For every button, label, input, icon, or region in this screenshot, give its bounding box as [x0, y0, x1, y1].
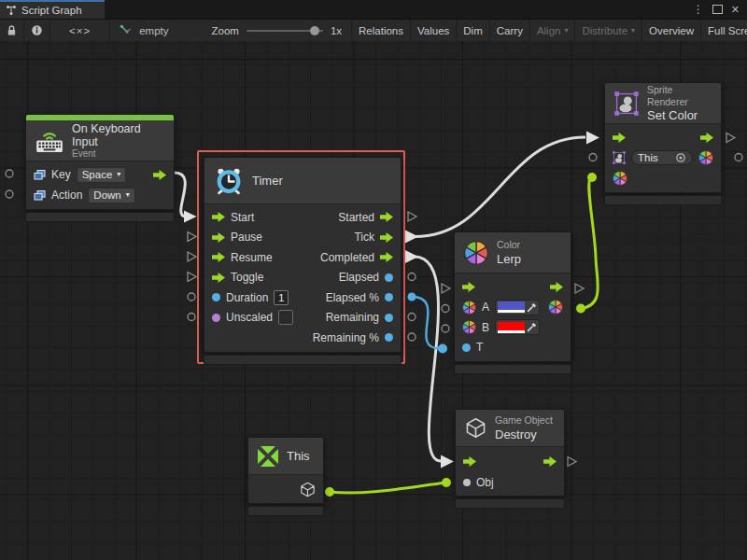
lock-button[interactable] [0, 20, 24, 41]
color-wheel-icon[interactable] [698, 150, 713, 165]
tab-script-graph[interactable]: Script Graph [0, 0, 105, 19]
destroy-obj-in-port[interactable] [442, 478, 451, 487]
wire-completed-to-destroy[interactable] [415, 257, 441, 461]
node-title: Lerp [497, 252, 521, 266]
timer-pause-port[interactable] [188, 232, 196, 242]
flow-out-arrow-icon[interactable] [153, 170, 166, 180]
timer-started-port[interactable] [408, 212, 416, 221]
eyedropper-icon[interactable] [527, 302, 537, 313]
action-dropdown[interactable]: Down ▾ [88, 188, 134, 203]
timer-duration-port[interactable] [188, 293, 195, 301]
destroy-flow-out-port[interactable] [568, 457, 576, 467]
keyboard-key-ext-port[interactable] [6, 170, 13, 177]
flow-out-arrow-icon[interactable] [380, 252, 393, 262]
lerp-flow-in-port[interactable] [442, 284, 450, 293]
setcolor-flow-out-port[interactable] [726, 133, 735, 143]
color-wheel-icon [464, 241, 488, 265]
value-port-dot[interactable] [463, 479, 471, 486]
timer-unscaled-port[interactable] [188, 314, 195, 321]
value-port-dot[interactable] [385, 314, 393, 322]
unscaled-checkbox[interactable] [278, 310, 293, 325]
duration-input[interactable]: 1 [274, 290, 289, 305]
setcolor-flow-in-port[interactable] [586, 132, 599, 145]
flow-out-arrow-icon[interactable] [550, 282, 563, 292]
wire-this-to-destroy-obj[interactable] [330, 483, 446, 493]
timer-elapsed-port[interactable] [408, 273, 416, 281]
node-color-lerp[interactable]: Color Lerp A [454, 231, 571, 374]
carry-button[interactable]: Carry [490, 20, 530, 41]
value-port-dot[interactable] [212, 314, 220, 322]
object-picker-icon[interactable] [675, 152, 686, 163]
zoom-slider[interactable] [247, 30, 323, 32]
this-out-port[interactable] [325, 487, 334, 497]
align-button[interactable]: Align ▾ [530, 20, 576, 41]
timer-remaining-port[interactable] [408, 314, 416, 321]
node-on-keyboard-input[interactable]: On Keyboard Input Event Key Space ▾ [25, 114, 175, 222]
distribute-button[interactable]: Distribute ▾ [575, 20, 642, 41]
flow-in-arrow-icon[interactable] [212, 252, 225, 262]
game-object-cube-icon[interactable] [300, 482, 316, 497]
lerp-a-port[interactable] [442, 305, 449, 313]
color-wheel-icon[interactable] [548, 300, 563, 315]
target-object-field[interactable]: This [631, 150, 693, 165]
node-this[interactable]: This [247, 437, 324, 516]
flow-out-arrow-icon[interactable] [543, 456, 557, 467]
window-close-icon[interactable]: ✕ [731, 4, 740, 16]
lerp-t-in-port[interactable] [438, 344, 447, 354]
value-port-dot[interactable] [385, 293, 393, 301]
destroy-flow-in-port[interactable] [441, 455, 454, 469]
timer-start-port[interactable] [184, 211, 197, 223]
color-b-value [498, 322, 525, 333]
node-destroy[interactable]: Game Object Destroy Obj [455, 409, 565, 509]
flow-out-arrow-icon[interactable] [700, 133, 713, 143]
code-preview-button[interactable]: <×> [50, 20, 110, 41]
value-port-dot[interactable] [462, 343, 471, 352]
keyboard-action-ext-port[interactable] [6, 190, 13, 198]
flow-in-arrow-icon[interactable] [212, 232, 225, 243]
window-menu-icon[interactable]: ⋮ [693, 3, 704, 16]
flow-in-arrow-icon[interactable] [613, 133, 626, 143]
node-timer[interactable]: Timer Start Started Pause Tick R [204, 157, 402, 365]
tab-title: Script Graph [21, 5, 82, 16]
info-button[interactable] [24, 20, 50, 41]
timer-toggle-port[interactable] [188, 273, 196, 282]
wire-keyboard-to-timer-start[interactable] [175, 173, 186, 217]
setcolor-color-in-port[interactable] [587, 173, 597, 182]
timer-completed-port[interactable] [405, 250, 418, 263]
node-set-color[interactable]: Sprite Renderer Set Color This [604, 82, 722, 205]
flow-out-arrow-icon[interactable] [380, 232, 393, 243]
color-a-swatch[interactable] [495, 300, 540, 315]
timer-tick-port[interactable] [405, 231, 418, 244]
flow-in-arrow-icon[interactable] [463, 456, 476, 467]
timer-remaining-pct-port[interactable] [408, 333, 416, 341]
lerp-b-port[interactable] [442, 325, 449, 332]
graph-canvas[interactable]: On Keyboard Input Event Key Space ▾ [0, 41, 747, 560]
dim-button[interactable]: Dim [457, 20, 489, 41]
wire-tick-to-setcolor[interactable] [415, 137, 585, 237]
setcolor-result-port[interactable] [735, 154, 742, 161]
flow-in-arrow-icon[interactable] [212, 212, 225, 222]
values-button[interactable]: Values [411, 20, 457, 41]
color-b-swatch[interactable] [495, 319, 540, 335]
sprite-renderer-icon [613, 151, 626, 164]
lerp-flow-out-port[interactable] [575, 284, 584, 293]
value-port-dot[interactable] [212, 293, 220, 301]
flow-out-arrow-icon[interactable] [380, 212, 393, 222]
overview-button[interactable]: Overview [642, 20, 701, 41]
relations-button[interactable]: Relations [352, 20, 411, 41]
timer-elapsed-pct-port[interactable] [408, 293, 416, 301]
window-event-icon [34, 190, 46, 201]
window-maximize-icon[interactable] [712, 5, 723, 14]
eyedropper-icon[interactable] [527, 322, 537, 332]
flow-in-arrow-icon[interactable] [212, 273, 225, 283]
key-dropdown[interactable]: Space ▾ [77, 167, 127, 183]
fullscreen-button[interactable]: Full Screen [701, 20, 747, 41]
color-wheel-icon[interactable] [613, 171, 627, 186]
lerp-result-out-port[interactable] [576, 304, 585, 314]
value-port-dot[interactable] [385, 333, 393, 342]
value-port-dot[interactable] [385, 273, 393, 282]
zoom-slider-handle[interactable] [310, 26, 319, 35]
timer-resume-port[interactable] [188, 252, 196, 261]
flow-in-arrow-icon[interactable] [462, 282, 475, 292]
setcolor-target-port[interactable] [589, 154, 597, 161]
